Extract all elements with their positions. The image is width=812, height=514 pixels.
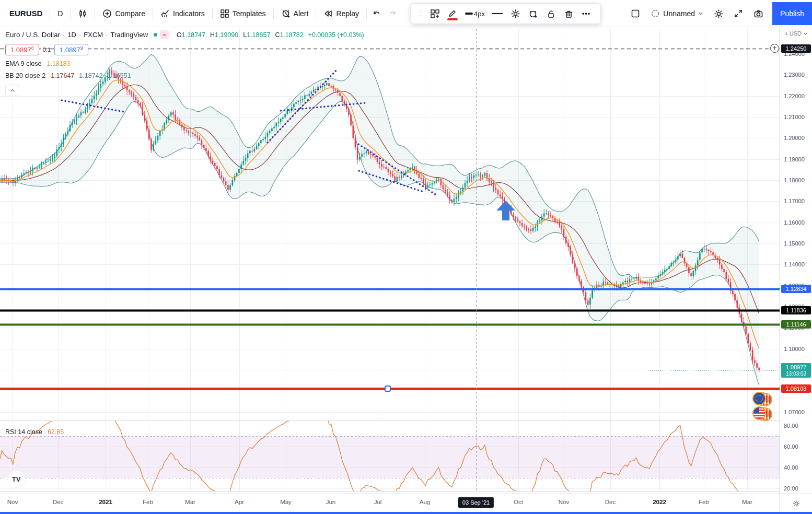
price-axis[interactable]: 1USD 1.070001.080001.090001.100001.11000… (780, 27, 812, 494)
templates-button[interactable]: Templates (215, 4, 271, 23)
crosshair-date-tag: 03 Sep '21 (458, 497, 494, 508)
price-tick-label: 1.07000 (784, 409, 805, 415)
buy-button[interactable]: 1.08979 (54, 44, 88, 55)
us-flag-coin-icon (752, 406, 766, 420)
price-tick-label: 1.23000 (784, 72, 805, 78)
gear-icon (511, 9, 520, 19)
eurusd-pair-icon (751, 392, 775, 424)
divider (153, 8, 153, 19)
thin-line-icon (492, 13, 503, 14)
rsi-value: 62.85 (48, 428, 64, 436)
redo-button[interactable] (385, 4, 400, 23)
bb-legend-row[interactable]: BB 20 close 2 1.176471.187421.16551 (5, 72, 364, 79)
chart-style-button[interactable] (73, 4, 92, 23)
snapshot-button[interactable] (749, 5, 767, 22)
cloud-dotted-icon (651, 9, 660, 18)
quote-row: 1.08978 0.1 1.08979 (5, 44, 364, 55)
ema-legend-row[interactable]: EMA 9 close 1.18183 (5, 60, 364, 67)
tradingview-window: EURUSD D Compare Indicators Templates (0, 0, 812, 514)
fullscreen-button[interactable] (729, 5, 747, 22)
symbol-button[interactable]: EURUSD (4, 4, 48, 23)
delayed-data-icon[interactable]: ≈ (160, 30, 169, 39)
price-tick-label: 1.17000 (784, 198, 805, 204)
time-tick-label: Oct (514, 499, 523, 505)
price-tick-label: 1.22000 (784, 93, 805, 99)
top-toolbar: EURUSD D Compare Indicators Templates (0, 0, 812, 27)
legend-exchange: FXCM (84, 31, 103, 39)
time-tick-label: Jun (326, 499, 336, 505)
bb-values: 1.176471.187421.16551 (51, 72, 131, 79)
divider (95, 8, 95, 19)
price-tick-label: 1.20000 (784, 135, 805, 141)
symbol-title: Euro / U.S. Dollar (5, 31, 60, 39)
draw-tool-button[interactable] (444, 5, 461, 22)
divider (316, 8, 316, 19)
time-tick-label: 2021 (99, 499, 112, 505)
undo-button[interactable] (369, 4, 385, 23)
divider (366, 8, 367, 19)
price-tick-label: 1.14000 (784, 261, 805, 267)
time-axis-settings[interactable] (780, 494, 812, 512)
pane-separator[interactable] (0, 420, 812, 421)
price-tick-label: 1.15000 (784, 240, 805, 247)
replay-icon (323, 9, 333, 18)
layout-grid-button[interactable] (426, 5, 444, 22)
divider (273, 8, 274, 19)
price-level-label: 1.0897713:03:03 (781, 363, 811, 378)
line-style-button[interactable] (489, 5, 506, 22)
line-width-button[interactable]: 4px (461, 5, 489, 22)
alert-line-plus-icon[interactable]: + (770, 44, 779, 53)
interval-button[interactable]: D (52, 4, 68, 23)
sell-button[interactable]: 1.08978 (5, 44, 39, 55)
time-tick-label: Dec (605, 499, 616, 505)
symbol-legend-row[interactable]: Euro / U.S. Dollar · 1D · FXCM · Trading… (5, 30, 364, 39)
bb-value: 1.17647 (51, 72, 74, 79)
price-level-label: 1.11836 (781, 306, 811, 314)
alert-button[interactable]: Alert (276, 4, 314, 23)
settings-button[interactable] (506, 5, 524, 22)
toolbar-right: Unnamed Publish (627, 0, 812, 27)
compare-button[interactable]: Compare (97, 4, 150, 23)
price-tick-label: 1.16000 (784, 219, 805, 226)
pencil-color-bar (447, 18, 458, 20)
time-axis[interactable]: 03 Sep '21 NovDec2021FebMarAprMayJunJulA… (0, 494, 812, 512)
publish-button[interactable]: Publish (772, 2, 812, 25)
delete-button[interactable] (560, 5, 577, 22)
indicators-button[interactable]: Indicators (155, 4, 210, 23)
gear-icon (714, 9, 724, 19)
lock-button[interactable] (542, 5, 560, 22)
price-level-label: 1.11146 (781, 320, 811, 329)
legend-collapse-button[interactable] (5, 85, 19, 96)
indicators-icon (160, 9, 170, 18)
change-value: +0.00035 (+0.03%) (308, 31, 364, 39)
thick-line-icon (465, 13, 473, 15)
time-tick-label: Nov (559, 499, 569, 505)
layout-name-button[interactable]: Unnamed (646, 9, 707, 18)
ema-label: EMA 9 close (5, 60, 41, 67)
divider (50, 8, 50, 19)
line-drag-handle[interactable] (385, 386, 391, 392)
rsi-label: RSI 14 close (5, 428, 42, 436)
price-axis-unit-button[interactable]: 1USD (785, 30, 808, 37)
divider (70, 8, 71, 19)
price-tick-label: 1.19000 (784, 156, 805, 162)
undo-icon (372, 9, 381, 18)
fullscreen-icon (734, 9, 743, 18)
replay-button[interactable]: Replay (318, 4, 364, 23)
layout-select-button[interactable] (627, 5, 644, 22)
chart-settings-button[interactable] (710, 5, 727, 22)
chevron-down-icon (698, 11, 703, 16)
more-button[interactable]: ••• (577, 5, 595, 22)
time-tick-label: Feb (699, 499, 709, 505)
drag-handle[interactable]: :::::: (416, 5, 426, 22)
legend-source: TradingView (111, 31, 148, 39)
chart-legend: Euro / U.S. Dollar · 1D · FXCM · Trading… (5, 30, 364, 96)
time-tick-label: 2022 (653, 499, 666, 505)
rsi-tick-label: 80.00 (784, 423, 798, 429)
time-tick-label: Mar (742, 499, 752, 505)
chevron-up-icon (9, 87, 16, 94)
ohlc-values: O1.18747H1.19090L1.18657C1.18782+0.00035… (177, 31, 364, 39)
candles-icon (78, 9, 87, 18)
rsi-legend-row[interactable]: RSI 14 close 62.85 (5, 428, 64, 436)
add-alert-button[interactable] (524, 5, 542, 22)
